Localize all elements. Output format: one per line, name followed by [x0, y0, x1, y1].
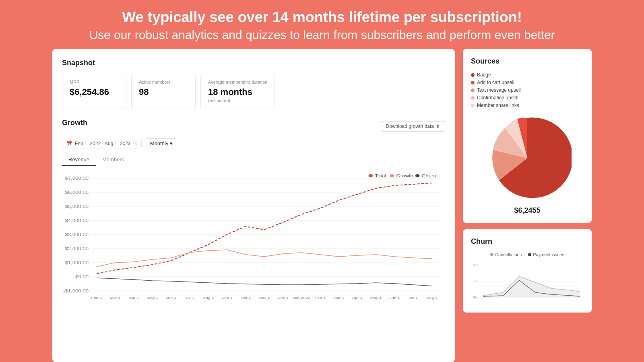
svg-text:Jul 1: Jul 1: [409, 296, 418, 300]
main-content: Snapshot MRR $6,254.86 Active members 98…: [0, 49, 644, 362]
svg-text:Jan 2022: Jan 2022: [293, 296, 310, 300]
churn-legend: Cancellations Payment issues: [471, 252, 584, 257]
payment-issues-label: Payment issues: [533, 252, 564, 257]
download-label: Download growth data: [386, 123, 434, 129]
date-filter-row: 📅 Feb 1, 2022 - Aug 1, 2023 ⓘ Monthly ▾: [62, 138, 445, 148]
info-icon: ⓘ: [133, 141, 137, 146]
frequency-value: Monthly: [150, 140, 169, 146]
svg-text:May 1: May 1: [147, 296, 158, 300]
sources-card: Sources Badge Add to cart upsell Text me…: [463, 49, 592, 223]
svg-text:Oct 1: Oct 1: [241, 296, 251, 300]
tab-members[interactable]: Members: [96, 154, 130, 166]
frequency-select[interactable]: Monthly ▾: [146, 138, 178, 148]
header-line1: We typically see over 14 months lifetime…: [89, 9, 555, 26]
right-panel: Sources Badge Add to cart upsell Text me…: [463, 49, 592, 362]
svg-text:$3,000.00: $3,000.00: [65, 232, 89, 237]
svg-text:Aug 1: Aug 1: [426, 296, 438, 300]
pie-chart-wrapper: [471, 114, 584, 202]
svg-text:May 1: May 1: [370, 296, 382, 300]
snapshot-title: Snapshot: [62, 59, 445, 67]
svg-text:0%: 0%: [473, 295, 478, 299]
svg-text:Total: Total: [375, 174, 386, 178]
svg-text:$4,000.00: $4,000.00: [65, 218, 89, 223]
legend-text-message: Text message upsell: [471, 87, 584, 93]
svg-text:Nov 1: Nov 1: [259, 296, 270, 300]
svg-text:Feb 1: Feb 1: [91, 296, 102, 300]
left-panel: Snapshot MRR $6,254.86 Active members 98…: [52, 49, 455, 362]
avg-duration-sub: (estimated): [208, 98, 267, 103]
header-section: We typically see over 14 months lifetime…: [73, 0, 571, 49]
member-share-label: Member share links: [477, 103, 519, 108]
churn-card: Churn Cancellations Payment issues 2% 1%…: [463, 229, 592, 313]
svg-text:Mar 1: Mar 1: [110, 296, 121, 300]
legend-confirmation: Confirmation upsell: [471, 95, 584, 101]
svg-text:Aug 1: Aug 1: [203, 296, 214, 300]
legend-add-to-cart: Add to cart upsell: [471, 80, 584, 85]
svg-text:Feb 1: Feb 1: [315, 296, 326, 300]
date-range-value: Feb 1, 2022 - Aug 1, 2023: [75, 141, 131, 146]
svg-text:Churn: Churn: [422, 174, 436, 178]
svg-text:Dec 1: Dec 1: [277, 296, 289, 300]
badge-dot: [471, 73, 475, 77]
mrr-card: MRR $6,254.86: [62, 74, 126, 109]
active-members-label: Active members: [139, 80, 188, 84]
tab-revenue[interactable]: Revenue: [62, 154, 96, 166]
svg-text:-$1,000.00: -$1,000.00: [63, 289, 89, 293]
sources-title: Sources: [471, 57, 584, 66]
download-icon: ⬆: [436, 123, 440, 129]
svg-text:Growth: Growth: [396, 174, 413, 178]
svg-text:$2,000.00: $2,000.00: [65, 247, 89, 251]
svg-text:2%: 2%: [473, 263, 478, 267]
svg-text:$7,000.00: $7,000.00: [65, 176, 89, 181]
text-message-label: Text message upsell: [477, 87, 521, 93]
svg-text:Sep 1: Sep 1: [221, 296, 233, 300]
sources-legend: Badge Add to cart upsell Text message up…: [471, 72, 584, 108]
growth-title: Growth: [62, 119, 87, 127]
svg-point-22: [415, 174, 420, 177]
date-range-picker[interactable]: 📅 Feb 1, 2022 - Aug 1, 2023 ⓘ: [62, 139, 142, 148]
svg-point-20: [390, 174, 394, 177]
svg-text:$1,000.00: $1,000.00: [65, 261, 89, 265]
confirmation-dot: [471, 96, 475, 100]
legend-member-share: Member share links: [471, 103, 584, 108]
avg-duration-value: 18 months: [208, 87, 267, 97]
avg-duration-card: Average membership duration 18 months (e…: [200, 74, 275, 109]
svg-text:Apr 1: Apr 1: [352, 296, 362, 300]
svg-text:Jun 1: Jun 1: [389, 296, 400, 300]
growth-header: Growth Download growth data ⬆: [62, 119, 445, 134]
tab-row: Revenue Members: [62, 154, 445, 166]
header-line2: Use our robust analytics and quizzes to …: [89, 28, 555, 42]
svg-text:$0.00: $0.00: [75, 275, 89, 279]
add-to-cart-dot: [471, 81, 475, 84]
avg-duration-label: Average membership duration: [208, 80, 267, 84]
add-to-cart-label: Add to cart upsell: [477, 80, 514, 85]
churn-title: Churn: [471, 237, 584, 246]
active-members-card: Active members 98: [131, 74, 196, 109]
svg-text:Apr 1: Apr 1: [129, 296, 139, 300]
svg-text:Jun 1: Jun 1: [166, 296, 176, 300]
member-share-dot: [471, 104, 475, 107]
confirmation-label: Confirmation upsell: [477, 95, 518, 101]
svg-text:$6,000.00: $6,000.00: [65, 190, 89, 195]
mrr-value: $6,254.86: [70, 87, 119, 97]
download-growth-button[interactable]: Download growth data ⬆: [381, 121, 445, 132]
text-message-dot: [471, 88, 475, 92]
payment-issues-legend: Payment issues: [528, 252, 564, 257]
svg-text:1%: 1%: [473, 279, 478, 283]
svg-marker-49: [483, 276, 580, 297]
calendar-icon: 📅: [66, 141, 72, 146]
svg-text:Jul 1: Jul 1: [185, 296, 194, 300]
svg-text:$5,000.00: $5,000.00: [65, 204, 89, 209]
active-members-value: 98: [139, 87, 188, 97]
legend-badge: Badge: [471, 72, 584, 78]
badge-label: Badge: [477, 72, 491, 78]
chevron-down-icon: ▾: [170, 140, 173, 146]
payment-issues-dot: [528, 253, 531, 256]
churn-chart: 2% 1% 0%: [471, 260, 584, 304]
snapshot-cards: MRR $6,254.86 Active members 98 Average …: [62, 74, 445, 109]
cancellations-legend: Cancellations: [490, 252, 522, 257]
cancellations-label: Cancellations: [495, 252, 522, 257]
cancellations-dot: [490, 253, 493, 256]
svg-point-18: [369, 174, 373, 177]
revenue-chart: $7,000.00 $6,000.00 $5,000.00 $4,000.00 …: [62, 170, 445, 303]
